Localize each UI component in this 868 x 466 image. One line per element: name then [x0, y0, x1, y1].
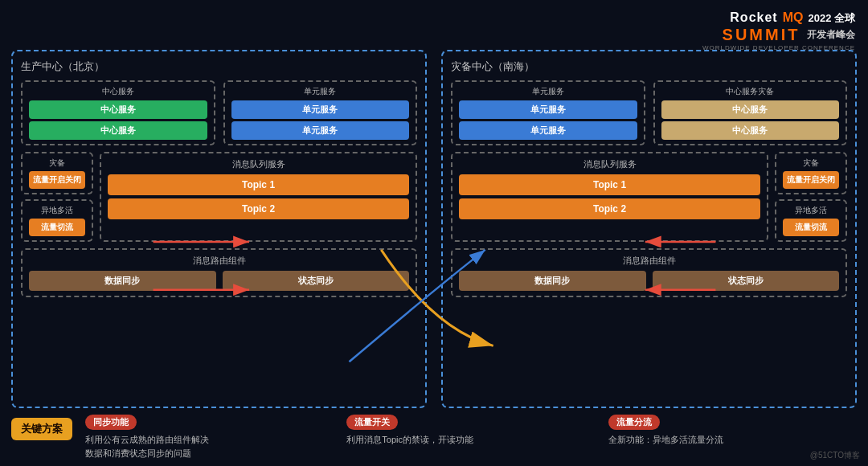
right-center-disaster-title: 中心服务灾备 — [661, 86, 840, 97]
solution-item-1: 流量开关 利用消息Topic的禁读，开读功能 — [346, 415, 595, 447]
page-root: RocketMQ 2022 全球 SUMMIT | 开发者峰会 WORLDWID… — [0, 0, 868, 466]
right-routing-title: 消息路由组件 — [459, 255, 839, 267]
right-multiactive-btn: 流量切流 — [783, 219, 839, 236]
year-label: 2022 全球 — [808, 12, 855, 25]
right-topic1-btn: Topic 1 — [459, 174, 760, 195]
left-panel: 生产中心（北京） 中心服务 中心服务 中心服务 单元服务 单元服务 单元服务 — [11, 50, 427, 408]
solution-item-0: 同步功能 利用公有云成熟的路由组件解决数据和消费状态同步的问题 — [85, 415, 334, 460]
main-content: 生产中心（北京） 中心服务 中心服务 中心服务 单元服务 单元服务 单元服务 — [11, 50, 857, 408]
left-top-services: 中心服务 中心服务 中心服务 单元服务 单元服务 单元服务 — [21, 80, 417, 145]
solution-tag-1: 流量开关 — [346, 415, 398, 430]
bottom-bar: 关键方案 同步功能 利用公有云成熟的路由组件解决数据和消费状态同步的问题 流量开… — [11, 415, 857, 460]
left-side-groups: 灾备 流量开启关闭 异地多活 流量切流 — [21, 152, 93, 242]
right-center-disaster-btn1: 中心服务 — [661, 100, 840, 119]
left-routing-btns: 数据同步 状态同步 — [29, 271, 409, 291]
solution-tag-0: 同步功能 — [85, 415, 137, 430]
brand-mq: MQ — [783, 10, 804, 25]
left-center-service-btn2: 中心服务 — [29, 121, 207, 140]
left-topic1-btn: Topic 1 — [108, 174, 409, 195]
left-disaster-group: 灾备 流量开启关闭 — [21, 152, 93, 194]
right-side-groups: 灾备 流量开启关闭 异地多活 流量切流 — [775, 152, 847, 242]
left-center-service-group: 中心服务 中心服务 中心服务 — [21, 80, 215, 145]
left-disaster-btn: 流量开启关闭 — [29, 171, 85, 189]
left-topic2-btn: Topic 2 — [108, 198, 409, 219]
left-data-sync-btn: 数据同步 — [29, 271, 216, 291]
left-center-service-btn1: 中心服务 — [29, 100, 207, 119]
solution-item-2: 流量分流 全新功能：异地多活流量分流 — [608, 415, 857, 447]
right-multiactive-title: 异地多活 — [783, 205, 839, 216]
left-unit-service-title: 单元服务 — [231, 86, 410, 97]
left-unit-service-btn2: 单元服务 — [231, 121, 410, 140]
right-unit-service-btn2: 单元服务 — [459, 121, 637, 140]
solution-text-1: 利用消息Topic的禁读，开读功能 — [346, 433, 595, 447]
left-multiactive-btn: 流量切流 — [29, 219, 85, 236]
left-state-sync-btn: 状态同步 — [223, 271, 410, 291]
left-multiactive-group: 异地多活 流量切流 — [21, 199, 93, 242]
right-multiactive-group: 异地多活 流量切流 — [775, 199, 847, 242]
right-queue-group: 消息队列服务 Topic 1 Topic 2 — [451, 152, 768, 242]
left-unit-service-group: 单元服务 单元服务 单元服务 — [223, 80, 418, 145]
right-disaster-title: 灾备 — [783, 157, 839, 169]
key-label: 关键方案 — [11, 418, 72, 440]
solution-text-2: 全新功能：异地多活流量分流 — [608, 433, 857, 447]
right-panel-title: 灾备中心（南海） — [451, 59, 847, 74]
right-top-services: 单元服务 单元服务 单元服务 中心服务灾备 中心服务 中心服务 — [451, 80, 847, 145]
solution-tag-2: 流量分流 — [608, 415, 660, 430]
brand-rocket: Rocket — [730, 10, 777, 25]
right-data-sync-btn: 数据同步 — [459, 271, 646, 291]
right-topic2-btn: Topic 2 — [459, 198, 760, 219]
left-panel-title: 生产中心（北京） — [21, 59, 417, 74]
left-disaster-title: 灾备 — [29, 157, 85, 169]
right-center-disaster-group: 中心服务灾备 中心服务 中心服务 — [653, 80, 848, 145]
summit-label: SUMMIT — [723, 25, 800, 44]
left-multiactive-title: 异地多活 — [29, 205, 85, 216]
right-disaster-btn: 流量开启关闭 — [783, 171, 839, 189]
right-state-sync-btn: 状态同步 — [653, 271, 840, 291]
watermark: @51CTO博客 — [810, 450, 860, 461]
right-panel: 灾备中心（南海） 单元服务 单元服务 单元服务 中心服务灾备 中心服务 中心服务 — [441, 50, 857, 408]
left-routing-title: 消息路由组件 — [29, 255, 409, 267]
left-routing-group: 消息路由组件 数据同步 状态同步 — [21, 248, 417, 297]
right-routing-btns: 数据同步 状态同步 — [459, 271, 839, 291]
left-middle-row: 灾备 流量开启关闭 异地多活 流量切流 消息队列服务 Topic 1 Topic… — [21, 152, 417, 242]
right-disaster-group: 灾备 流量开启关闭 — [775, 152, 847, 194]
conf-cn: 开发者峰会 — [807, 29, 855, 40]
right-unit-service-btn1: 单元服务 — [459, 100, 637, 119]
right-center-disaster-btn2: 中心服务 — [661, 121, 840, 140]
left-unit-service-btn1: 单元服务 — [231, 100, 410, 119]
left-queue-title: 消息队列服务 — [108, 158, 409, 170]
right-queue-title: 消息队列服务 — [459, 158, 760, 170]
solution-text-0: 利用公有云成熟的路由组件解决数据和消费状态同步的问题 — [85, 433, 334, 460]
right-unit-service-group: 单元服务 单元服务 单元服务 — [451, 80, 645, 145]
header-logo: RocketMQ 2022 全球 SUMMIT | 开发者峰会 WORLDWID… — [702, 10, 855, 52]
left-queue-group: 消息队列服务 Topic 1 Topic 2 — [100, 152, 417, 242]
left-center-service-title: 中心服务 — [29, 86, 207, 97]
right-middle-row: 消息队列服务 Topic 1 Topic 2 灾备 流量开启关闭 异地多活 流量… — [451, 152, 847, 242]
right-unit-service-title: 单元服务 — [459, 86, 637, 97]
right-routing-group: 消息路由组件 数据同步 状态同步 — [451, 248, 847, 297]
